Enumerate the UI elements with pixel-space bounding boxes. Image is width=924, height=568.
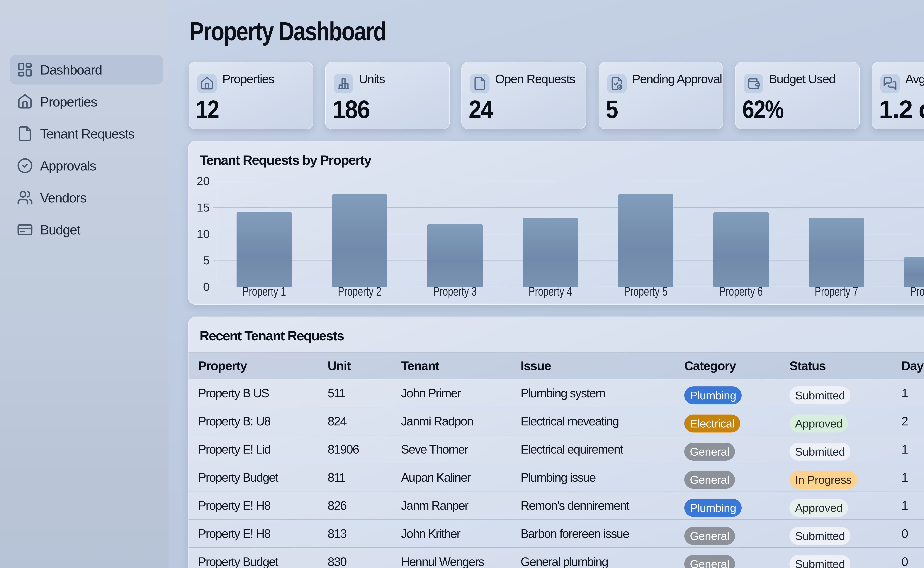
svg-text:Property 6: Property 6 [719,284,763,298]
svg-text:Property 5: Property 5 [624,284,668,298]
svg-text:10: 10 [197,227,210,240]
svg-text:Property 8: Property 8 [910,284,924,298]
svg-text:Property 3: Property 3 [433,284,477,298]
svg-text:Property 7: Property 7 [815,284,858,298]
svg-text:Property 4: Property 4 [529,284,572,298]
svg-text:0: 0 [203,280,210,293]
svg-text:Property 1: Property 1 [243,284,286,298]
svg-text:20: 20 [197,175,210,187]
svg-text:15: 15 [197,201,210,214]
svg-text:Property 2: Property 2 [338,284,381,298]
svg-text:5: 5 [203,254,210,267]
